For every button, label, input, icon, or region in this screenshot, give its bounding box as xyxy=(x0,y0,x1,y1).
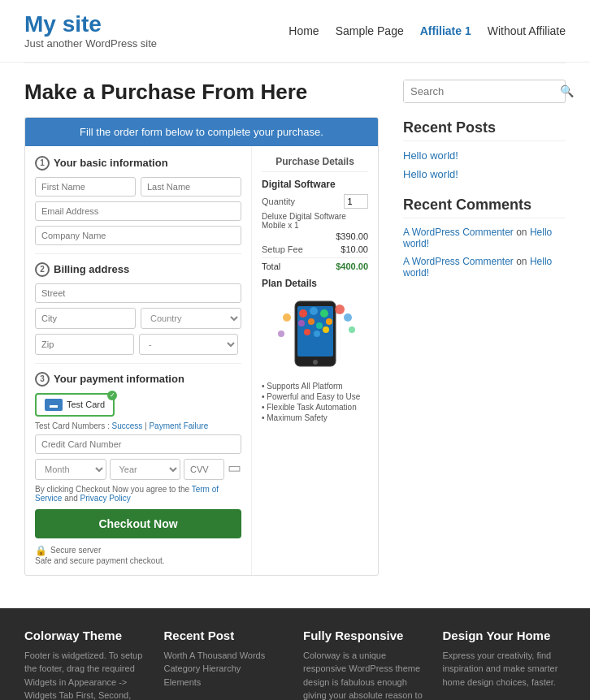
email-row xyxy=(35,201,241,221)
last-name-input[interactable] xyxy=(141,177,241,197)
state-select[interactable]: - xyxy=(139,334,238,355)
comment-1: A WordPress Commenter on Hello world! xyxy=(403,227,566,249)
total-label: Total xyxy=(262,261,280,271)
zip-input[interactable] xyxy=(35,334,134,355)
setup-fee-label: Setup Fee xyxy=(262,244,303,254)
country-select[interactable]: Country xyxy=(141,308,241,329)
sidebar: 🔍 Recent Posts Hello world! Hello world!… xyxy=(403,80,566,576)
search-icon: 🔍 xyxy=(560,84,574,97)
form-left: 1 Your basic information xyxy=(25,146,252,575)
recent-comments-title: Recent Comments xyxy=(403,197,566,218)
company-input[interactable] xyxy=(35,226,241,245)
footer-col2-title: Recent Post xyxy=(164,629,288,642)
step1-label: Your basic information xyxy=(54,157,168,169)
section-divider-2 xyxy=(35,363,241,364)
site-title: My site xyxy=(24,12,157,37)
svg-point-12 xyxy=(323,326,329,333)
recent-posts-section: Recent Posts Hello world! Hello world! xyxy=(403,119,566,180)
svg-point-7 xyxy=(298,320,305,326)
terms-text: By clicking Checkout Now you agree to th… xyxy=(35,485,241,503)
footer-col3-text: Colorway is a unique responsive WordPres… xyxy=(303,649,427,700)
step3-label: Your payment information xyxy=(54,373,184,385)
footer-col4-title: Design Your Home xyxy=(443,629,566,642)
product-title: Digital Software xyxy=(262,179,368,190)
safe-note: Safe and secure payment checkout. xyxy=(35,556,241,565)
feature-2: Powerful and Easy to Use xyxy=(262,391,368,402)
card-icon: ▬ xyxy=(45,399,63,411)
commenter-1[interactable]: A WordPress Commenter xyxy=(403,227,514,238)
checkout-container: Fill the order form below to complete yo… xyxy=(24,117,379,576)
main-container: Make a Purchase From Here Fill the order… xyxy=(0,63,590,592)
step3-title: 3 Your payment information xyxy=(35,372,241,387)
svg-point-9 xyxy=(316,322,323,329)
check-badge: ✓ xyxy=(107,391,117,400)
street-input[interactable] xyxy=(35,283,241,303)
product-price-row: $390.00 xyxy=(262,231,368,241)
svg-point-4 xyxy=(310,307,318,315)
email-input[interactable] xyxy=(35,201,241,221)
privacy-link[interactable]: Privacy Policy xyxy=(80,494,131,503)
nav-sample-page[interactable]: Sample Page xyxy=(336,24,404,37)
footer: Colorway Theme Footer is widgetized. To … xyxy=(0,608,590,700)
purchase-details-panel: Purchase Details Digital Software Quanti… xyxy=(252,146,378,575)
total-price: $400.00 xyxy=(336,261,368,271)
post-link-2[interactable]: Hello world! xyxy=(403,168,566,180)
product-name: Deluxe Digital Software Mobile x 1 xyxy=(262,212,368,230)
search-input[interactable] xyxy=(404,80,553,102)
setup-fee-price: $10.00 xyxy=(341,244,368,254)
site-tagline: Just another WordPress site xyxy=(24,37,157,50)
quantity-input[interactable] xyxy=(344,194,368,209)
city-input[interactable] xyxy=(35,308,136,329)
post-link-1[interactable]: Hello world! xyxy=(403,149,566,162)
failure-link[interactable]: Payment Failure xyxy=(149,421,208,430)
success-link[interactable]: Success xyxy=(111,421,142,430)
secure-note: 🔒 Secure server xyxy=(35,545,241,556)
footer-col2-text: Worth A Thousand Words Category Hierarch… xyxy=(164,649,288,689)
footer-col1-title: Colorway Theme xyxy=(24,629,148,642)
quantity-label: Quantity xyxy=(262,197,295,206)
recent-posts-title: Recent Posts xyxy=(403,119,566,141)
terms-prefix: By clicking Checkout Now you agree to th… xyxy=(35,485,189,494)
search-button[interactable]: 🔍 xyxy=(553,80,580,102)
section-divider-1 xyxy=(35,253,241,254)
site-header: My site Just another WordPress site Home… xyxy=(0,0,590,63)
name-row xyxy=(35,177,241,197)
step1-title: 1 Your basic information xyxy=(35,156,241,171)
setup-fee-row: Setup Fee $10.00 xyxy=(262,244,368,254)
step1-circle: 1 xyxy=(35,156,50,171)
card-label: Test Card xyxy=(67,400,105,409)
footer-grid: Colorway Theme Footer is widgetized. To … xyxy=(24,629,566,700)
month-select[interactable]: Month xyxy=(35,459,106,480)
year-select[interactable]: Year xyxy=(110,459,181,480)
svg-point-3 xyxy=(299,309,307,318)
step2-title: 2 Billing address xyxy=(35,262,241,277)
feature-4: Maximum Safety xyxy=(262,413,368,423)
cvv-input[interactable] xyxy=(184,459,224,480)
card-option[interactable]: ▬ Test Card ✓ xyxy=(35,393,115,417)
quantity-row: Quantity xyxy=(262,194,368,209)
first-name-input[interactable] xyxy=(35,177,136,197)
plan-title: Plan Details xyxy=(262,278,368,289)
purchase-details-title: Purchase Details xyxy=(262,156,368,172)
commenter-2[interactable]: A WordPress Commenter xyxy=(403,256,514,267)
svg-point-15 xyxy=(349,326,355,333)
svg-point-10 xyxy=(304,329,310,335)
svg-point-11 xyxy=(314,331,320,337)
comment-on-2: on xyxy=(516,256,527,267)
checkout-button[interactable]: Checkout Now xyxy=(35,509,241,538)
secure-label: Secure server xyxy=(50,546,101,555)
nav-without-affiliate[interactable]: Without Affiliate xyxy=(488,24,566,37)
total-row: Total $400.00 xyxy=(262,257,368,271)
nav-affiliate1[interactable]: Affiliate 1 xyxy=(420,24,471,37)
svg-point-2 xyxy=(313,360,318,365)
search-box: 🔍 xyxy=(403,80,566,103)
svg-point-5 xyxy=(320,309,328,318)
zip-row: - xyxy=(35,334,241,355)
phone-svg xyxy=(267,293,364,374)
test-card-note: Test Card Numbers : Success | Payment Fa… xyxy=(35,421,241,430)
feature-list: Supports All Platform Powerful and Easy … xyxy=(262,381,368,423)
nav-home[interactable]: Home xyxy=(288,24,319,37)
footer-col4-text: Express your creativity, find inspiratio… xyxy=(443,649,566,689)
card-number-input[interactable] xyxy=(35,434,241,454)
svg-point-16 xyxy=(283,313,291,322)
